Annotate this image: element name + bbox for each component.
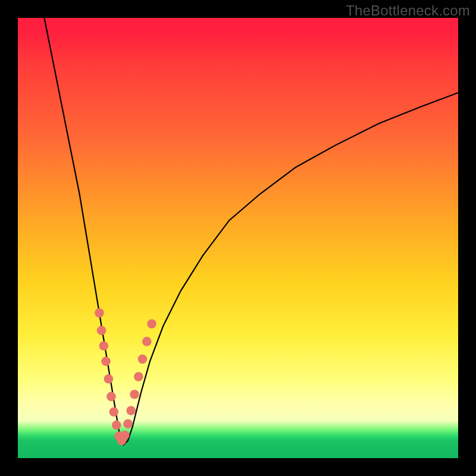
curve-marker: [130, 390, 139, 399]
watermark-text: TheBottleneck.com: [346, 2, 470, 19]
curve-marker: [107, 392, 116, 402]
curve-marker: [104, 374, 114, 384]
curve-marker: [109, 408, 119, 417]
curve-marker: [134, 372, 143, 381]
curve-marker: [147, 320, 156, 329]
curve-marker: [120, 431, 130, 440]
curve-marker: [138, 355, 148, 364]
curve-marker: [95, 308, 104, 318]
curve-svg: [18, 18, 458, 458]
curve-marker: [142, 337, 152, 346]
marker-group: [95, 308, 156, 445]
plot-area: [18, 18, 458, 458]
curve-marker: [97, 326, 107, 336]
chart-frame: TheBottleneck.com: [0, 0, 476, 476]
curve-marker: [101, 356, 111, 366]
curve-marker: [99, 342, 109, 351]
curve-marker: [123, 419, 133, 429]
curve-marker: [112, 421, 121, 430]
curve-marker: [126, 406, 136, 415]
